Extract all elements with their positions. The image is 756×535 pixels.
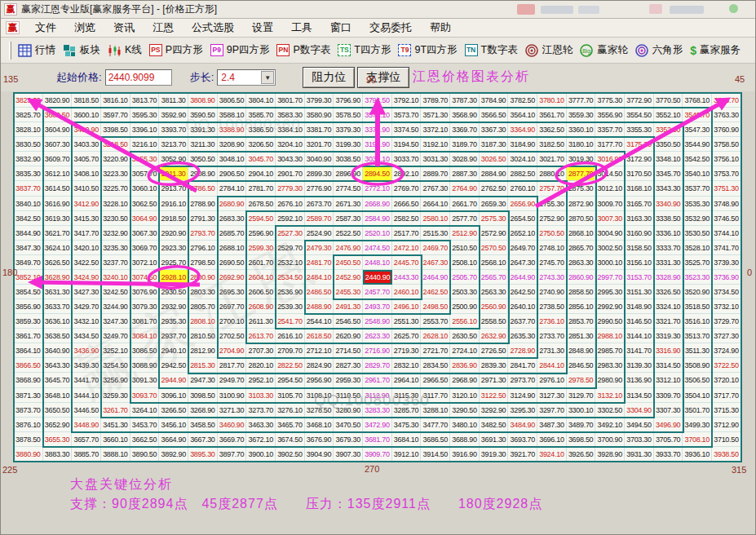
grid-cell[interactable]: 3686.50	[421, 432, 450, 447]
grid-cell[interactable]: 3938.50	[712, 447, 741, 462]
grid-cell[interactable]: 3458.50	[188, 418, 218, 432]
grid-cell[interactable]: 3892.90	[159, 447, 188, 462]
grid-cell[interactable]: 3381.70	[305, 122, 334, 137]
grid-cell[interactable]: 3273.70	[246, 403, 276, 418]
grid-cell[interactable]: 3175.30	[625, 137, 654, 152]
grid-cell[interactable]: 2676.10	[276, 197, 305, 211]
grid-cell[interactable]: 3372.10	[421, 122, 450, 137]
tool-3-badge-icon[interactable]: PSP四方形	[149, 43, 203, 57]
grid-cell[interactable]: 3854.50	[14, 285, 43, 299]
grid-cell[interactable]: 3196.90	[363, 137, 392, 152]
grid-cell[interactable]: 2973.70	[508, 373, 537, 387]
grid-cell[interactable]: 2690.50	[218, 255, 247, 270]
grid-cell[interactable]: 3775.30	[595, 93, 625, 108]
grid-cell[interactable]: 3868.90	[14, 373, 43, 387]
grid-cell[interactable]: 2604.10	[246, 270, 276, 285]
grid-cell[interactable]: 3120.10	[450, 388, 480, 403]
grid-cell[interactable]: 3794.50	[363, 93, 392, 108]
grid-cell[interactable]: 3189.70	[450, 137, 480, 152]
grid-cell[interactable]: 3880.90	[14, 447, 43, 462]
grid-cell[interactable]: 3220.90	[101, 152, 130, 166]
grid-cell[interactable]: 3386.50	[246, 122, 276, 137]
grid-cell[interactable]: 2827.30	[334, 358, 363, 373]
grid-cell[interactable]: 3206.50	[246, 137, 276, 152]
grid-cell[interactable]: 2764.90	[450, 181, 480, 196]
support-button[interactable]: 支撑位	[357, 67, 409, 88]
grid-cell[interactable]: 3444.10	[72, 388, 101, 403]
grid-cell[interactable]: 3300.10	[567, 403, 596, 418]
menu-item-1[interactable]: 浏览	[65, 19, 104, 37]
grid-cell[interactable]: 2707.30	[246, 343, 276, 358]
grid-cell[interactable]: 3842.50	[14, 211, 43, 226]
grid-cell[interactable]: 2659.30	[480, 197, 509, 211]
grid-cell[interactable]: 3763.30	[712, 108, 741, 122]
grid-cell[interactable]: 3244.90	[101, 299, 130, 314]
grid-cell[interactable]: 2671.30	[334, 197, 363, 211]
menu-item-6[interactable]: 工具	[282, 19, 321, 37]
grid-cell[interactable]: 3352.90	[654, 122, 683, 137]
grid-cell[interactable]: 3636.10	[43, 314, 73, 329]
grid-cell[interactable]: 3302.50	[595, 403, 625, 418]
grid-cell[interactable]: 2736.10	[537, 314, 567, 329]
grid-cell[interactable]: 2524.90	[305, 226, 334, 241]
grid-cell[interactable]: 3009.70	[595, 197, 625, 211]
grid-cell[interactable]: 3340.90	[654, 197, 683, 211]
grid-cell[interactable]: 3031.30	[421, 152, 450, 166]
grid-cell[interactable]: 3072.10	[130, 255, 160, 270]
grid-cell[interactable]: 2575.30	[480, 211, 509, 226]
grid-cell[interactable]: 3069.70	[130, 241, 160, 255]
grid-cell[interactable]: 2786.50	[188, 181, 218, 196]
grid-cell[interactable]: 2944.90	[159, 373, 188, 387]
grid-cell[interactable]: 3165.70	[625, 197, 654, 211]
grid-cell[interactable]: 3091.30	[130, 373, 160, 387]
grid-cell[interactable]: 3343.30	[654, 181, 683, 196]
tool-6-badge-icon[interactable]: TST四方形	[338, 43, 391, 57]
grid-cell[interactable]: 3187.30	[480, 137, 509, 152]
grid-cell[interactable]: 3782.50	[508, 93, 537, 108]
grid-cell[interactable]: 3019.30	[567, 152, 596, 166]
grid-cell[interactable]: 3112.90	[363, 388, 392, 403]
grid-cell[interactable]: 3489.70	[567, 418, 596, 432]
grid-cell[interactable]: 2906.50	[218, 166, 247, 181]
grid-cell[interactable]: 2510.50	[450, 241, 480, 255]
grid-cell[interactable]: 2704.90	[218, 343, 247, 358]
grid-cell[interactable]: 2949.70	[218, 373, 247, 387]
grid-cell[interactable]: 3592.90	[159, 108, 188, 122]
grid-cell[interactable]: 2491.30	[334, 299, 363, 314]
grid-cell[interactable]: 3796.90	[334, 93, 363, 108]
grid-cell[interactable]: 3482.50	[480, 418, 509, 432]
menu-item-3[interactable]: 江恩	[144, 19, 183, 37]
grid-cell[interactable]: 3312.10	[654, 373, 683, 387]
grid-cell[interactable]: 2716.90	[363, 343, 392, 358]
grid-cell[interactable]: 3139.30	[625, 358, 654, 373]
grid-cell[interactable]: 2952.10	[246, 373, 276, 387]
grid-cell[interactable]: 2920.90	[159, 226, 188, 241]
grid-cell[interactable]: 3213.70	[159, 137, 188, 152]
grid-cell-key[interactable]: 2911.30	[159, 166, 188, 181]
grid-cell[interactable]: 3640.90	[43, 343, 73, 358]
grid-cell[interactable]: 2721.70	[421, 343, 450, 358]
grid-cell[interactable]: 3885.70	[72, 447, 101, 462]
grid-cell[interactable]: 3208.90	[218, 137, 247, 152]
grid-cell[interactable]: 3336.10	[654, 226, 683, 241]
grid-cell[interactable]: 3844.90	[14, 226, 43, 241]
grid-cell[interactable]: 2515.30	[421, 226, 450, 241]
grid-cell[interactable]: 3048.10	[218, 152, 247, 166]
grid-cell[interactable]: 2644.90	[508, 270, 537, 285]
grid-cell[interactable]: 2512.90	[450, 226, 480, 241]
grid-cell[interactable]: 2858.50	[567, 285, 596, 299]
grid-cell[interactable]: 3307.30	[654, 403, 683, 418]
grid-cell[interactable]: 2668.90	[363, 197, 392, 211]
grid-cell[interactable]: 2455.30	[334, 285, 363, 299]
grid-cell[interactable]: 2824.90	[305, 358, 334, 373]
grid-cell[interactable]: 2452.90	[334, 270, 363, 285]
grid-cell[interactable]: 3835.30	[14, 166, 43, 181]
grid-cell[interactable]: 3333.70	[654, 241, 683, 255]
grid-cell[interactable]: 3249.70	[101, 329, 130, 343]
grid-cell[interactable]: 3693.70	[508, 432, 537, 447]
grid-cell[interactable]: 3007.30	[595, 211, 625, 226]
grid-cell[interactable]: 3033.70	[392, 152, 422, 166]
grid-cell[interactable]: 3468.10	[305, 418, 334, 432]
menu-item-8[interactable]: 交易委托	[360, 19, 421, 37]
grid-cell[interactable]: 3362.50	[537, 122, 567, 137]
